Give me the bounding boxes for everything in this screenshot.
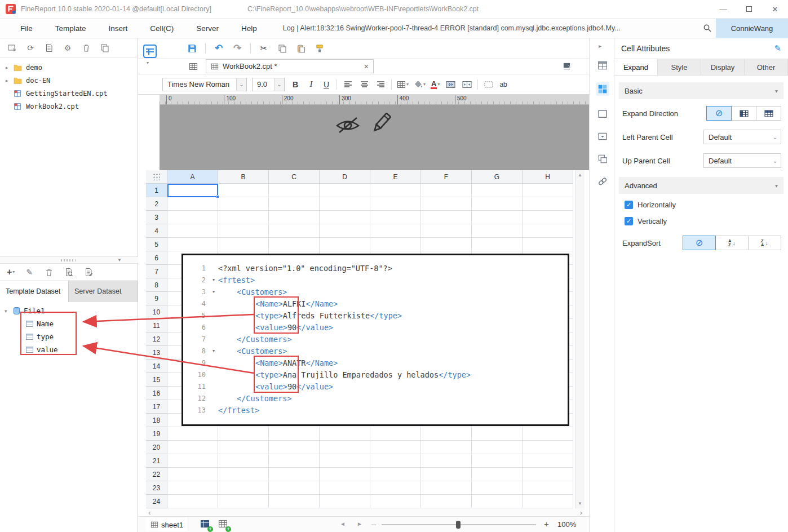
cell-B3[interactable]	[218, 211, 269, 224]
file-tree-item-gettingstartedencpt[interactable]: GettingStartedEN.cpt	[0, 87, 138, 100]
file-tree-item-demo[interactable]: ▸demo	[0, 61, 138, 74]
cell-element-panel-icon[interactable]	[596, 59, 609, 72]
cell-G3[interactable]	[472, 211, 523, 224]
sort-desc-button[interactable]: ZA↓	[748, 236, 781, 250]
horizontally-checkbox[interactable]: ✓	[625, 201, 633, 209]
cell-E24[interactable]	[370, 495, 421, 508]
menu-server[interactable]: Server	[185, 19, 230, 38]
paste-button[interactable]	[295, 43, 307, 54]
unmerge-cells-icon[interactable]	[461, 79, 472, 90]
cell-F24[interactable]	[421, 495, 472, 508]
copy-icon[interactable]	[100, 43, 110, 53]
cell-C19[interactable]	[269, 427, 320, 441]
condition-attributes-panel-icon[interactable]	[596, 130, 609, 143]
cell-A19[interactable]	[167, 427, 218, 441]
dataset-root-file1[interactable]: ▾ File1	[0, 304, 138, 317]
font-family-select[interactable]: Times New Roman ⌄	[162, 78, 247, 91]
cell-E22[interactable]	[370, 468, 421, 481]
add-polyblock-sheet-button[interactable]: +	[218, 519, 229, 530]
log-alert-text[interactable]: Log | Alert:18:32:16 SwingWorker-pool-7-…	[283, 24, 699, 32]
dataset-field-type[interactable]: type	[0, 330, 138, 343]
tab-display[interactable]: Display	[701, 59, 745, 75]
cell-A4[interactable]	[167, 224, 218, 238]
cell-F4[interactable]	[421, 224, 472, 238]
cell-H2[interactable]	[523, 197, 573, 211]
cell-B4[interactable]	[218, 224, 269, 238]
page-setting-icon[interactable]	[563, 62, 571, 70]
edit-dataset-icon[interactable]: ✎	[24, 267, 34, 277]
cell-F20[interactable]	[421, 441, 472, 454]
zoom-slider-thumb[interactable]	[456, 521, 461, 529]
cell-C2[interactable]	[269, 197, 320, 211]
cell-D20[interactable]	[320, 441, 370, 454]
cell-H4[interactable]	[523, 224, 573, 238]
cell-C3[interactable]	[269, 211, 320, 224]
cell-C4[interactable]	[269, 224, 320, 238]
file-tree-item-workbook2cpt[interactable]: WorkBook2.cpt	[0, 100, 138, 113]
column-header-F[interactable]: F	[421, 170, 472, 184]
cell-E2[interactable]	[370, 197, 421, 211]
tree-collapsed-icon[interactable]: ▸	[6, 78, 14, 83]
cell-E5[interactable]	[370, 238, 421, 251]
cell-B5[interactable]	[218, 238, 269, 251]
scroll-up-icon[interactable]: ▲	[578, 170, 582, 180]
cell-B1[interactable]	[218, 184, 269, 197]
cell-H1[interactable]	[523, 184, 573, 197]
row-header-24[interactable]: 24	[146, 495, 167, 508]
cell-D24[interactable]	[320, 495, 370, 508]
column-header-G[interactable]: G	[472, 170, 523, 184]
up-parent-select[interactable]: Default ⌄	[703, 153, 781, 168]
row-header-7[interactable]: 7	[146, 265, 167, 278]
select-all-corner[interactable]	[146, 170, 167, 184]
cell-E19[interactable]	[370, 427, 421, 441]
cell-F21[interactable]	[421, 454, 472, 468]
settings-icon[interactable]: ⚙	[63, 43, 73, 53]
sort-asc-button[interactable]: AZ↓	[715, 236, 749, 250]
menu-file[interactable]: File	[9, 19, 44, 38]
cell-H3[interactable]	[523, 211, 573, 224]
italic-button[interactable]: I	[306, 79, 316, 89]
cell-D3[interactable]	[320, 211, 370, 224]
cell-G23[interactable]	[472, 481, 523, 495]
row-header-14[interactable]: 14	[146, 360, 167, 373]
cell-F19[interactable]	[421, 427, 472, 441]
row-header-4[interactable]: 4	[146, 224, 167, 238]
align-center-icon[interactable]	[358, 79, 370, 90]
cell-A21[interactable]	[167, 454, 218, 468]
cell-G22[interactable]	[472, 468, 523, 481]
search-icon[interactable]	[699, 24, 716, 33]
section-advanced[interactable]: Advanced ▾	[619, 177, 783, 194]
cell-E21[interactable]	[370, 454, 421, 468]
cell-attributes-panel-icon[interactable]	[596, 82, 609, 96]
cell-C5[interactable]	[269, 238, 320, 251]
cell-D23[interactable]	[320, 481, 370, 495]
tree-expanded-icon[interactable]: ▾	[5, 308, 12, 314]
bold-button[interactable]: B	[290, 80, 301, 89]
expand-none-button[interactable]: ⊘	[706, 106, 732, 121]
config-dataset-icon[interactable]	[83, 267, 94, 277]
cell-C24[interactable]	[269, 495, 320, 508]
cell-H21[interactable]	[523, 454, 573, 468]
row-header-19[interactable]: 19	[146, 427, 167, 441]
tab-server-dataset[interactable]: Server Dataset	[69, 281, 138, 302]
menu-insert[interactable]: Insert	[98, 19, 139, 38]
row-header-9[interactable]: 9	[146, 292, 167, 305]
cell-H5[interactable]	[523, 238, 573, 251]
delete-dataset-icon[interactable]	[44, 267, 54, 277]
cell-A22[interactable]	[167, 468, 218, 481]
vertical-scrollbar[interactable]: ▲ ▼	[575, 170, 585, 508]
edit-icon[interactable]: ✎	[774, 43, 781, 54]
cell-G20[interactable]	[472, 441, 523, 454]
collapse-panel-icon[interactable]: ▸	[599, 43, 601, 49]
cell-A24[interactable]	[167, 495, 218, 508]
tab-expand[interactable]: Expand	[614, 59, 658, 75]
minimize-button[interactable]: —	[710, 0, 736, 19]
cell-H24[interactable]	[523, 495, 573, 508]
cell-H20[interactable]	[523, 441, 573, 454]
row-header-8[interactable]: 8	[146, 278, 167, 292]
menu-template[interactable]: Template	[44, 19, 98, 38]
row-header-21[interactable]: 21	[146, 454, 167, 468]
underline-button[interactable]: U	[321, 80, 331, 89]
row-header-22[interactable]: 22	[146, 468, 167, 481]
cell-D4[interactable]	[320, 224, 370, 238]
